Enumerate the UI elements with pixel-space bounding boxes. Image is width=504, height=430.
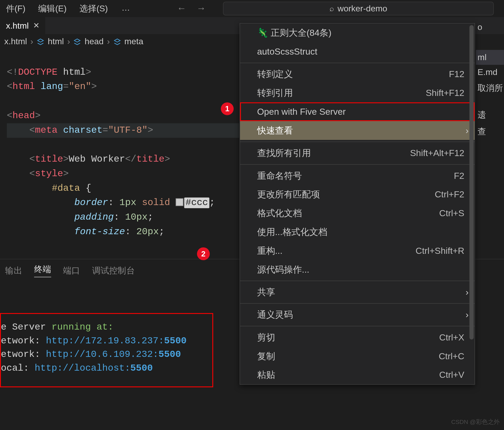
t: { (80, 183, 91, 194)
cm-label: 复制 (257, 350, 275, 362)
cm-format-with[interactable]: 使用...格式化文档 (240, 223, 474, 241)
cm-shortcut: Ctrl+C (439, 351, 464, 361)
t: lang (41, 81, 63, 92)
t: = (63, 81, 69, 92)
cm-autoscss[interactable]: autoScssStruct (240, 42, 474, 61)
watermark: CSDN @彩色之外 (451, 418, 500, 426)
breadcrumb-head[interactable]: head (85, 37, 104, 46)
t: < (7, 81, 12, 92)
t[interactable]: 5500 (158, 349, 181, 360)
nav-forward-icon[interactable]: → (197, 3, 206, 14)
side-item[interactable]: ml (476, 50, 504, 65)
side-panel-sliver: o ml E.md 取消所 遗 查 (476, 20, 504, 140)
t: charset (63, 125, 102, 136)
cm-separator (240, 281, 474, 281)
nav-back-icon[interactable]: ← (177, 3, 186, 14)
cm-label: 通义灵码 (257, 309, 293, 321)
t: ocal: (1, 363, 35, 374)
t[interactable]: 5500 (130, 363, 153, 374)
term-line: etwork: http://10.6.109.232:5500 (1, 349, 181, 360)
cm-open-five-server[interactable]: Open with Five Server (240, 102, 474, 121)
t: "UTF-8" (108, 125, 148, 136)
t: ; (209, 197, 215, 208)
t: #ccc (184, 197, 209, 208)
close-icon[interactable]: ✕ (33, 21, 39, 30)
cm-separator (240, 326, 474, 326)
cm-shortcut: Ctrl+V (439, 370, 464, 380)
t[interactable]: http://172.19.83.237: (46, 336, 164, 346)
cm-shortcut: Ctrl+F2 (435, 189, 464, 200)
code-line: border: 1px solid #ccc; (7, 197, 215, 208)
t: etwork: (1, 336, 46, 346)
cm-label: 使用...格式化文档 (257, 226, 327, 238)
command-center[interactable]: ⌕ worker-demo (223, 2, 494, 15)
side-item[interactable]: o (476, 20, 504, 34)
cm-cut[interactable]: 剪切Ctrl+X (240, 328, 474, 347)
scrollbar-thumb[interactable] (469, 25, 474, 340)
term-line: etwork: http://172.19.83.237:5500 (1, 336, 186, 346)
cm-shortcut: Shift+Alt+F12 (410, 148, 464, 158)
panel-tab-ports[interactable]: 端口 (63, 265, 80, 276)
cm-goto-ref[interactable]: 转到引用Shift+F12 (240, 84, 474, 103)
cm-label: 剪切 (257, 331, 275, 343)
menu-edit[interactable]: 编辑(E) (36, 2, 69, 15)
cm-label: 转到引用 (257, 87, 293, 99)
menu-select[interactable]: 选择(S) (77, 2, 110, 15)
annotation-2: 2 (197, 247, 210, 260)
t: "en" (69, 81, 91, 92)
side-item[interactable]: 遗 (476, 107, 504, 123)
cm-regex[interactable]: 🦎正则大全(84条) (240, 24, 474, 42)
cm-change-all[interactable]: 更改所有匹配项Ctrl+F2 (240, 185, 474, 204)
t[interactable]: http://10.6.109.232: (46, 349, 158, 360)
cm-find-refs[interactable]: 查找所有引用Shift+Alt+F12 (240, 144, 474, 163)
tab-label: x.html (6, 21, 29, 30)
cm-rename[interactable]: 重命名符号F2 (240, 166, 474, 185)
cm-paste[interactable]: 粘贴Ctrl+V (240, 366, 474, 384)
cm-source-action[interactable]: 源代码操作... (240, 260, 474, 279)
chevron-right-icon: › (107, 37, 110, 46)
panel-tab-debug[interactable]: 调试控制台 (92, 265, 135, 276)
context-menu-scrollbar[interactable] (469, 25, 474, 383)
terminal-highlight-box: e Server running at: etwork: http://172.… (0, 313, 213, 387)
symbol-icon (37, 38, 44, 45)
command-center-text: worker-demo (337, 4, 387, 14)
t: > (91, 81, 97, 92)
cm-label: 重构... (257, 245, 283, 257)
editor-tab[interactable]: x.html ✕ (0, 17, 45, 34)
context-menu: 🦎正则大全(84条) autoScssStruct 转到定义F12 转到引用Sh… (240, 23, 475, 385)
t[interactable]: 5500 (164, 336, 187, 346)
side-item[interactable]: 查 (476, 123, 504, 140)
cm-goto-def[interactable]: 转到定义F12 (240, 65, 474, 84)
panel-tab-output[interactable]: 输出 (5, 265, 22, 276)
cm-label: Open with Five Server (257, 107, 346, 117)
cm-share[interactable]: 共享› (240, 283, 474, 302)
breadcrumb-file[interactable]: x.html (4, 37, 27, 46)
t: head (12, 110, 35, 121)
t: etwork: (1, 349, 46, 360)
cm-label: 更改所有匹配项 (257, 189, 320, 201)
t: meta (35, 125, 57, 136)
t[interactable]: http://localhost: (35, 363, 130, 374)
t: title (35, 154, 63, 165)
cm-format[interactable]: 格式化文档Ctrl+S (240, 204, 474, 223)
menu-overflow[interactable]: … (118, 2, 134, 15)
t: <! (7, 67, 18, 78)
cm-shortcut: Ctrl+Shift+R (416, 246, 464, 256)
symbol-icon (113, 38, 121, 45)
cm-tongyi[interactable]: 通义灵码› (240, 305, 474, 324)
side-item[interactable]: E.md (476, 65, 504, 80)
cm-shortcut: Shift+F12 (426, 88, 465, 98)
breadcrumb-meta[interactable]: meta (124, 37, 144, 46)
menu-file[interactable]: 件(F) (3, 2, 28, 15)
breadcrumb-html[interactable]: html (48, 37, 64, 46)
t: Web Worker (69, 154, 125, 165)
cm-copy[interactable]: 复制Ctrl+C (240, 347, 474, 366)
color-swatch-icon[interactable] (176, 198, 183, 206)
cm-quick-look[interactable]: 快速查看 › (240, 121, 474, 140)
t: #data (52, 183, 80, 194)
cm-separator (240, 63, 474, 63)
side-item[interactable]: 取消所 (476, 80, 504, 96)
panel-tab-terminal[interactable]: 终端 (34, 264, 51, 277)
cm-refactor[interactable]: 重构...Ctrl+Shift+R (240, 241, 474, 260)
cm-label: 查找所有引用 (257, 147, 311, 159)
